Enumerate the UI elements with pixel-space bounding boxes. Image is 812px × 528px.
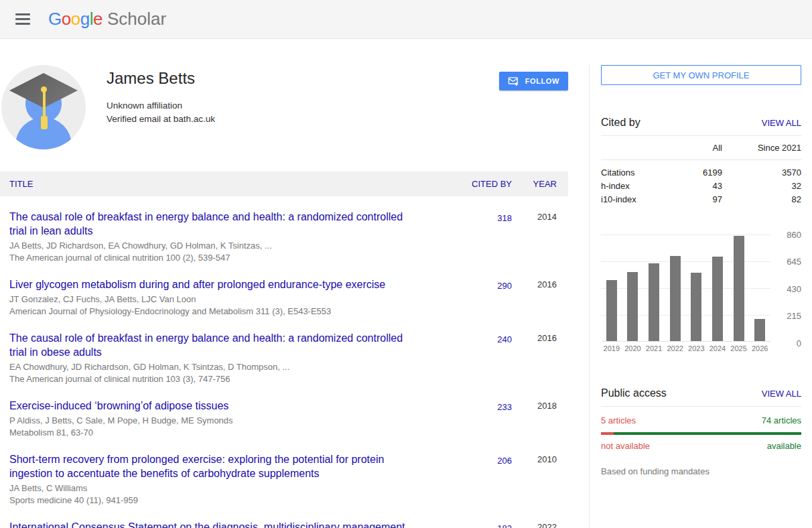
chart-x-labels: 20192020202120222023202420252026: [601, 344, 770, 352]
article-year: 2022: [512, 520, 568, 528]
cited-by-panel: Cited by VIEW ALL All Since 2021 Citatio…: [601, 117, 801, 206]
get-my-own-profile-button[interactable]: GET MY OWN PROFILE: [601, 65, 801, 85]
profile-column: James Betts Unknown affiliation Verified…: [0, 65, 568, 528]
envelope-plus-icon: [508, 76, 519, 87]
public-access-bar-unavailable: [601, 432, 614, 435]
article-authors: EA Chowdhury, JD Richardson, GD Holman, …: [9, 361, 421, 373]
article-row: The causal role of breakfast in energy b…: [0, 318, 568, 385]
chart-bar-2020[interactable]: [627, 272, 638, 341]
article-row: International Consensus Statement on the…: [0, 507, 568, 528]
article-year: 2014: [512, 210, 568, 264]
citations-chart-bars: [601, 235, 770, 341]
column-since-2021: Since 2021: [722, 143, 801, 153]
chart-year-label: 2025: [728, 344, 750, 352]
article-authors: JT Gonzalez, CJ Fuchs, JA Betts, LJC Van…: [9, 293, 421, 306]
profile-info: James Betts Unknown affiliation Verified…: [107, 65, 215, 149]
article-year: 2018: [512, 399, 568, 439]
article-row: The causal role of breakfast in energy b…: [0, 196, 568, 264]
metric-row-citations: Citations 6199 3570: [601, 166, 801, 180]
articles-body: The causal role of breakfast in energy b…: [0, 196, 568, 528]
available-articles-link[interactable]: 74 articles: [762, 415, 801, 425]
chart-bar-column: [707, 235, 728, 341]
chart-bar-column: [665, 235, 686, 341]
profile-affiliation: Unknown affiliation: [107, 99, 215, 113]
chart-year-label: 2024: [707, 344, 728, 352]
article-title-link[interactable]: The causal role of breakfast in energy b…: [9, 332, 403, 358]
chart-y-axis: 8606454302150: [774, 235, 801, 343]
article-cited-by-link[interactable]: 240: [497, 334, 512, 344]
articles-table-header: TITLE CITED BY YEAR: [0, 172, 568, 196]
chart-bar-2025[interactable]: [734, 236, 744, 341]
chart-year-label: 2021: [643, 344, 665, 352]
article-venue: The American journal of clinical nutriti…: [9, 252, 421, 264]
article-title-link[interactable]: The causal role of breakfast in energy b…: [9, 211, 403, 237]
chart-bar-column: [749, 235, 770, 341]
public-access-title: Public access: [601, 387, 667, 399]
article-title-link[interactable]: Short-term recovery from prolonged exerc…: [9, 454, 384, 479]
article-row: Exercise-induced ‘browning’of adipose ti…: [0, 385, 568, 439]
profile-header: James Betts Unknown affiliation Verified…: [1, 65, 568, 149]
article-row: Short-term recovery from prolonged exerc…: [0, 439, 568, 507]
app-header: Google Scholar: [0, 0, 812, 39]
chart-bar-2019[interactable]: [606, 280, 617, 341]
article-row: Liver glycogen metabolism during and aft…: [0, 264, 568, 318]
article-venue: Metabolism 81, 63-70: [9, 427, 421, 439]
chart-bar-2024[interactable]: [712, 257, 723, 341]
cited-by-title: Cited by: [601, 117, 640, 129]
public-access-panel: Public access VIEW ALL 5 articles 74 art…: [601, 387, 801, 476]
chart-plot-area: [601, 235, 770, 342]
article-cited-by-link[interactable]: 206: [497, 456, 512, 466]
article-year: 2016: [512, 277, 568, 318]
article-cited-by-link[interactable]: 233: [497, 402, 512, 412]
article-cited-by-link[interactable]: 290: [497, 281, 512, 291]
metric-row-i10-index: i10-index 97 82: [601, 193, 801, 206]
article-venue: American Journal of Physiology-Endocrino…: [9, 306, 421, 318]
chart-year-label: 2020: [622, 344, 644, 352]
metric-row-h-index: h-index 43 32: [601, 180, 801, 193]
public-access-view-all-link[interactable]: VIEW ALL: [762, 389, 801, 399]
article-title-link[interactable]: Exercise-induced ‘browning’of adipose ti…: [9, 400, 228, 411]
chart-bar-2023[interactable]: [691, 273, 701, 341]
article-venue: The American journal of clinical nutriti…: [9, 373, 421, 385]
google-scholar-logo[interactable]: Google Scholar: [48, 9, 166, 29]
follow-button[interactable]: FOLLOW: [499, 72, 568, 90]
article-title-link[interactable]: International Consensus Statement on the…: [9, 521, 405, 528]
article-authors: JA Betts, C Williams: [9, 482, 421, 494]
profile-avatar[interactable]: [1, 65, 86, 149]
article-title-link[interactable]: Liver glycogen metabolism during and aft…: [9, 279, 385, 290]
article-year: 2010: [512, 452, 568, 507]
sort-by-year-link[interactable]: YEAR: [533, 179, 557, 189]
chart-bar-2026[interactable]: [754, 319, 765, 341]
article-authors: P Aldiss, J Betts, C Sale, M Pope, H Bud…: [9, 415, 421, 427]
citation-metrics: Citations 6199 3570 h-index 43 32 i10-in…: [601, 160, 801, 206]
main-content: James Betts Unknown affiliation Verified…: [0, 39, 812, 528]
public-access-bar-available: [614, 432, 801, 435]
scholar-logo-text: Scholar: [107, 9, 166, 29]
article-venue: Sports medicine 40 (11), 941-959: [9, 494, 421, 507]
menu-icon[interactable]: [9, 6, 36, 33]
article-cited-by-link[interactable]: 182: [497, 523, 512, 528]
available-label: available: [767, 441, 801, 451]
sidebar: GET MY OWN PROFILE Cited by VIEW ALL All…: [589, 65, 802, 528]
citations-per-year-chart: 20192020202120222023202420252026 8606454…: [601, 235, 801, 352]
unavailable-articles-link[interactable]: 5 articles: [601, 415, 636, 425]
funding-mandates-note: Based on funding mandates: [601, 466, 801, 476]
google-logo-letters: Google: [48, 9, 103, 29]
cited-by-view-all-link[interactable]: VIEW ALL: [762, 118, 801, 128]
article-cited-by-link[interactable]: 318: [497, 213, 512, 223]
chart-year-label: 2019: [601, 344, 622, 352]
chart-year-label: 2026: [749, 344, 770, 352]
sort-by-cited-link[interactable]: CITED BY: [472, 179, 512, 189]
chart-bar-column: [601, 235, 622, 341]
profile-name: James Betts: [107, 69, 215, 88]
chart-bar-2022[interactable]: [670, 256, 681, 341]
profile-verified-email: Verified email at bath.ac.uk: [107, 113, 215, 126]
chart-bar-2021[interactable]: [649, 263, 659, 341]
chart-year-label: 2022: [665, 344, 686, 352]
chart-bar-column: [622, 235, 644, 341]
cited-by-column-headers: All Since 2021: [601, 136, 801, 160]
chart-bar-column: [728, 235, 750, 341]
article-authors: JA Betts, JD Richardson, EA Chowdhury, G…: [9, 240, 421, 252]
article-year: 2016: [512, 331, 568, 385]
sort-by-title-link[interactable]: TITLE: [9, 179, 33, 189]
